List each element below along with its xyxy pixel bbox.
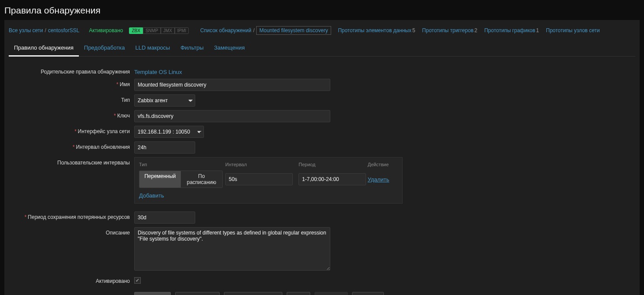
status-enabled: Активировано — [89, 27, 123, 34]
proto-triggers-count: 2 — [475, 27, 478, 34]
hdr-action: Действие — [368, 162, 398, 167]
input-interval[interactable] — [134, 141, 195, 154]
tab-preprocessing[interactable]: Предобработка — [79, 41, 130, 56]
textarea-description[interactable]: Discovery of file systems of different t… — [134, 227, 330, 271]
test-button[interactable]: Тест — [287, 292, 311, 295]
link-add-interval[interactable]: Добавить — [135, 190, 168, 199]
availability-badges: ZBX SNMP JMX IPMI — [129, 27, 189, 34]
input-custom-interval[interactable] — [225, 173, 293, 185]
breadcrumb-current: Mounted filesystem discovery — [256, 26, 331, 35]
link-host[interactable]: centosforSSL — [48, 27, 79, 34]
tab-bar: Правило обнаружения Предобработка LLD ма… — [9, 41, 635, 57]
input-custom-period[interactable] — [298, 173, 366, 185]
link-parent-template[interactable]: Template OS Linux — [134, 66, 182, 75]
badge-zbx: ZBX — [129, 27, 142, 34]
label-name: *Имя — [9, 79, 134, 87]
link-delete-interval[interactable]: Удалить — [368, 176, 390, 183]
hdr-interval: Интервал — [225, 162, 298, 167]
proto-items-count: 5 — [412, 27, 415, 34]
input-name[interactable] — [134, 79, 330, 91]
badge-jmx: JMX — [161, 27, 175, 34]
breadcrumb-sep: / — [45, 27, 46, 34]
tab-lld-macros[interactable]: LLD макросы — [130, 41, 176, 56]
breadcrumb-sep: / — [253, 27, 254, 34]
tab-rule[interactable]: Правило обнаружения — [9, 41, 79, 57]
link-all-hosts[interactable]: Все узлы сети — [9, 27, 43, 34]
label-key: *Ключ — [9, 110, 134, 119]
proto-graphs-count: 1 — [536, 27, 539, 34]
label-description: Описание — [9, 227, 134, 236]
label-custom-intervals: Пользовательские интервалы — [9, 157, 134, 166]
seg-flexible[interactable]: Переменный — [139, 171, 181, 188]
custom-intervals-table: Тип Интервал Период Действие Переменный … — [134, 157, 403, 204]
update-button[interactable]: Обновить — [134, 292, 171, 295]
label-parent: Родительские правила обнаружения — [9, 66, 134, 75]
execute-now-button[interactable]: Выполнить сейчас — [224, 292, 282, 295]
clone-button[interactable]: Клонировать — [175, 292, 220, 295]
link-proto-items[interactable]: Прототипы элементов данных — [338, 27, 412, 34]
label-interval: *Интервал обновления — [9, 141, 134, 150]
label-enabled: Активировано — [9, 275, 134, 284]
cancel-button[interactable]: Отмена — [352, 292, 384, 295]
select-type[interactable]: Zabbix агент — [134, 94, 195, 107]
label-keep-lost: *Период сохранения потерянных ресурсов — [9, 211, 134, 220]
page-title: Правила обнаружения — [0, 0, 644, 20]
badge-ipmi: IPMI — [175, 27, 189, 34]
input-keep-lost[interactable] — [134, 211, 195, 224]
hdr-type: Тип — [139, 162, 225, 167]
checkbox-enabled[interactable] — [134, 277, 141, 284]
form-area: Родительские правила обнаружения Templat… — [9, 57, 635, 295]
label-interface: *Интерфейс узла сети — [9, 126, 134, 134]
link-proto-graphs[interactable]: Прототипы графиков — [484, 27, 535, 34]
tab-overrides[interactable]: Замещения — [209, 41, 250, 56]
seg-scheduled[interactable]: По расписанию — [181, 171, 222, 188]
content-box: Все узлы сети / centosforSSL Активирован… — [4, 20, 640, 295]
tab-filters[interactable]: Фильтры — [175, 41, 209, 56]
link-proto-hosts[interactable]: Прототипы узлов сети — [546, 27, 600, 34]
interval-type-toggle[interactable]: Переменный По расписанию — [139, 171, 223, 188]
link-proto-triggers[interactable]: Прототипы триггеров — [422, 27, 474, 34]
breadcrumb: Все узлы сети / centosforSSL Активирован… — [9, 20, 635, 41]
select-interface[interactable]: 192.168.1.199 : 10050 — [134, 126, 204, 138]
link-discovery-list[interactable]: Список обнаружений — [200, 27, 251, 34]
label-type: Тип — [9, 94, 134, 103]
button-row: Обновить Клонировать Выполнить сейчас Те… — [134, 292, 635, 295]
hdr-period: Период — [298, 162, 367, 167]
input-key[interactable] — [134, 110, 330, 122]
delete-button: Удалить — [315, 292, 348, 295]
badge-snmp: SNMP — [143, 27, 161, 34]
